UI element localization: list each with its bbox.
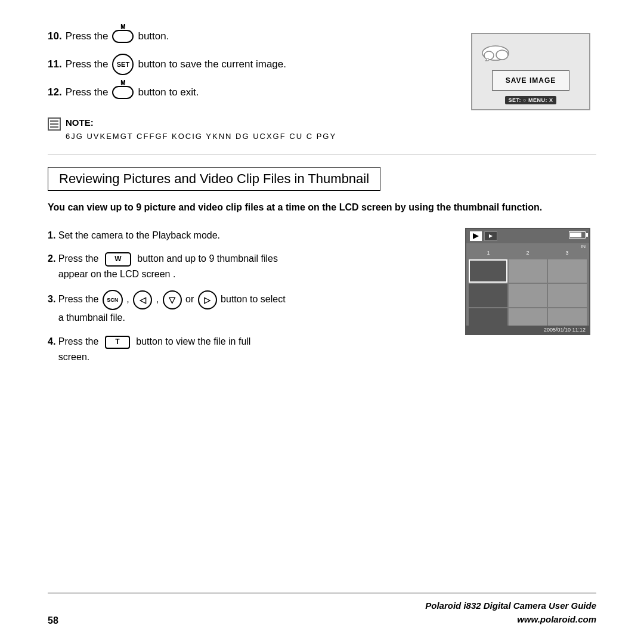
divider [48, 154, 596, 155]
note-text: NOTE: 6JG UVKEMGT CFFGF KOCIG YKNN DG UC… [66, 116, 336, 143]
step-1: 1. Set the camera to the Playback mode. [48, 228, 453, 243]
lcd-save-screen: SAVE IMAGE SET: ○ MENU: X [471, 33, 590, 110]
thumb-grid [466, 257, 589, 335]
svg-point-1 [484, 51, 494, 60]
step-3-or: or [185, 295, 197, 305]
video-icon: ▶ [484, 231, 497, 241]
save-image-label: SAVE IMAGE [492, 70, 569, 91]
section-heading: Reviewing Pictures and Video Clip Files … [48, 167, 380, 191]
lcd-save-image: SAVE IMAGE SET: ○ MENU: X [471, 33, 596, 110]
lcd-save-bar: SET: ○ MENU: X [505, 96, 557, 104]
step-4-num: 4. [48, 336, 55, 346]
step-11-pre: Press the [66, 58, 109, 70]
thumb-cell-4 [469, 284, 507, 307]
thumb-numrow: 1 2 3 [466, 250, 589, 257]
step-11-num: 11. [48, 58, 62, 70]
svg-point-2 [496, 50, 508, 60]
thumb-cell-2 [509, 259, 547, 283]
lcd-timestamp: 2005/01/10 11:12 [466, 326, 589, 334]
battery-icon [569, 231, 586, 239]
m-label-2: M [120, 79, 125, 86]
step-10-post: button. [138, 30, 169, 42]
thumb-cell-5 [509, 284, 547, 307]
svg-marker-5 [473, 233, 479, 239]
step-1-text: Set the camera to the Playback mode. [58, 230, 220, 240]
svg-point-3 [487, 58, 489, 61]
step-10-pre: Press the [66, 30, 109, 42]
step-12-num: 12. [48, 86, 62, 98]
steps-bottom-left: 1. Set the camera to the Playback mode. … [48, 228, 453, 373]
step-2: 2. Press the W button and up to 9 thumbn… [48, 251, 453, 281]
steps-bottom: 1. Set the camera to the Playback mode. … [48, 228, 596, 373]
thumb-num-2: 2 [526, 250, 529, 256]
step-11-post: button to save the current image. [138, 58, 286, 70]
w-button-icon: W [105, 252, 131, 267]
lcd-thumb-container: ▶ IN 1 2 3 [465, 228, 596, 335]
scn-button-icon: SCN [103, 290, 123, 310]
step-12: 12. Press the M button to exit. [48, 86, 459, 99]
comma-2: , [156, 295, 159, 305]
step-3-pre: Press the [58, 295, 101, 305]
step-4-pre: Press the [58, 336, 99, 346]
thumb-cell-1 [469, 259, 507, 283]
lcd-top-icons: ▶ [470, 231, 497, 241]
page-number: 58 [48, 615, 58, 626]
intro-paragraph: You can view up to 9 picture and video c… [48, 200, 596, 215]
step-12-pre: Press the [66, 86, 109, 98]
cloud-icon [481, 40, 510, 64]
m-label: M [120, 23, 125, 30]
brand-line-1: Polaroid i832 Digital Camera User Guide [425, 599, 596, 613]
step-4: 4. Press the T button to view the file i… [48, 334, 453, 364]
step-3-num: 3. [48, 295, 55, 305]
down-arrow-btn: ▽ [163, 290, 182, 309]
step-3: 3. Press the SCN , ◁ , ▽ or ▷ button to … [48, 290, 453, 326]
lcd-topbar: ▶ [466, 229, 589, 243]
svg-point-4 [485, 61, 487, 62]
playback-icon [470, 231, 482, 241]
note-encoded: 6JG UVKEMGT CFFGF KOCIG YKNN DG UCXGF CU… [66, 132, 336, 141]
footer-brand: Polaroid i832 Digital Camera User Guide … [425, 599, 596, 626]
battery-fill [570, 233, 581, 237]
step-1-num: 1. [48, 230, 55, 240]
step-2-pre: Press the [58, 253, 99, 264]
step-10: 10. Press the M button. [48, 30, 459, 43]
m-button-icon: M [112, 30, 134, 43]
left-arrow-btn: ◁ [133, 290, 152, 309]
step-2-num: 2. [48, 253, 55, 264]
thumb-num-3: 3 [565, 250, 568, 256]
top-section: 10. Press the M button. 11. Press the SE… [48, 30, 596, 110]
note-line-2 [50, 123, 58, 125]
thumb-num-1: 1 [487, 250, 490, 256]
footer: 58 Polaroid i832 Digital Camera User Gui… [48, 593, 596, 626]
lcd-thumb-screen: ▶ IN 1 2 3 [465, 228, 590, 335]
set-button-icon: SET [112, 54, 134, 75]
note-label: NOTE: [66, 117, 94, 128]
step-12-post: button to exit. [138, 86, 199, 98]
right-arrow-btn: ▷ [198, 290, 217, 309]
note-section: NOTE: 6JG UVKEMGT CFFGF KOCIG YKNN DG UC… [48, 116, 596, 143]
step-11: 11. Press the SET button to save the cur… [48, 54, 459, 75]
brand-line-2: www.polaroid.com [425, 613, 596, 627]
t-button-icon: T [105, 336, 130, 349]
comma-1: , [126, 295, 132, 305]
page: 10. Press the M button. 11. Press the SE… [0, 0, 644, 644]
note-icon [48, 117, 61, 131]
thumb-cell-3 [548, 259, 587, 283]
m-button-icon-2: M [112, 86, 134, 99]
step-10-num: 10. [48, 30, 62, 42]
thumb-cell-6 [548, 284, 587, 307]
note-line-1 [50, 120, 58, 122]
in-label: IN [466, 243, 589, 250]
steps-left: 10. Press the M button. 11. Press the SE… [48, 30, 459, 110]
note-line-3 [50, 126, 58, 128]
